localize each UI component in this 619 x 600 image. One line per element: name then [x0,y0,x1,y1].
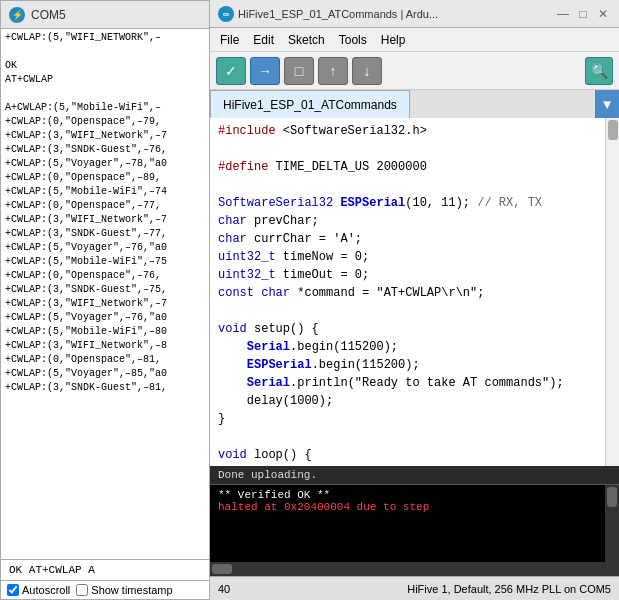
com-output[interactable]: +CWLAP:(5,"WIFI_NETWORK",– OK AT+CWLAP A… [1,29,209,559]
tab-dropdown-button[interactable]: ▼ [595,90,619,118]
toolbar: ✓ → □ ↑ ↓ 🔍 [210,52,619,90]
menubar: File Edit Sketch Tools Help [210,28,619,52]
close-button[interactable]: ✕ [595,6,611,22]
board-info: HiFive 1, Default, 256 MHz PLL on COM5 [250,583,611,595]
line-number: 40 [218,583,242,595]
autoscroll-checkbox[interactable] [7,584,19,596]
console-scrollbar[interactable] [605,485,619,562]
com-icon: ⚡ [9,7,25,23]
menu-sketch[interactable]: Sketch [282,31,331,49]
menu-edit[interactable]: Edit [247,31,280,49]
com-title: COM5 [31,8,66,22]
save-button[interactable]: ↓ [352,57,382,85]
console-hscroll-thumb[interactable] [212,564,232,574]
search-button[interactable]: 🔍 [585,57,613,85]
upload-button[interactable]: → [250,57,280,85]
autoscroll-label[interactable]: Autoscroll [7,584,70,596]
console-line-1: ** Verified OK ** [218,489,597,501]
menu-tools[interactable]: Tools [333,31,373,49]
console-output[interactable]: ** Verified OK ** halted at 0x20400004 d… [210,485,605,562]
code-content[interactable]: #include <SoftwareSerial32.h> #define TI… [210,118,605,466]
show-timestamp-label[interactable]: Show timestamp [76,584,172,596]
arduino-window-title: HiFive1_ESP_01_ATCommands | Ardu... [238,8,551,20]
tab-bar: HiFive1_ESP_01_ATCommands ▼ [210,90,619,118]
editor-scroll-thumb[interactable] [608,120,618,140]
menu-help[interactable]: Help [375,31,412,49]
editor-tab[interactable]: HiFive1_ESP_01_ATCommands [210,90,410,118]
console-scroll-thumb[interactable] [607,487,617,507]
arduino-app-icon: ∞ [218,6,234,22]
com-bottom-text: OK AT+CWLAP A [1,559,209,580]
statusbar: 40 HiFive 1, Default, 256 MHz PLL on COM… [210,576,619,600]
console-line-2: halted at 0x20400004 due to step [218,501,597,513]
open-button[interactable]: ↑ [318,57,348,85]
menu-file[interactable]: File [214,31,245,49]
com-titlebar: ⚡ COM5 [1,1,209,29]
arduino-titlebar: ∞ HiFive1_ESP_01_ATCommands | Ardu... — … [210,0,619,28]
arduino-panel: ∞ HiFive1_ESP_01_ATCommands | Ardu... — … [210,0,619,600]
code-editor[interactable]: #include <SoftwareSerial32.h> #define TI… [210,118,619,466]
minimize-button[interactable]: — [555,6,571,22]
com-panel: ⚡ COM5 +CWLAP:(5,"WIFI_NETWORK",– OK AT+… [0,0,210,600]
timestamp-checkbox[interactable] [76,584,88,596]
com-controls: Autoscroll Show timestamp [1,580,209,599]
console-hscroll[interactable] [210,562,619,576]
console-panel: Done uploading. ** Verified OK ** halted… [210,466,619,576]
console-header: Done uploading. [210,466,619,485]
maximize-button[interactable]: □ [575,6,591,22]
verify-button[interactable]: ✓ [216,57,246,85]
new-button[interactable]: □ [284,57,314,85]
console-row: ** Verified OK ** halted at 0x20400004 d… [210,485,619,562]
editor-scrollbar[interactable] [605,118,619,466]
